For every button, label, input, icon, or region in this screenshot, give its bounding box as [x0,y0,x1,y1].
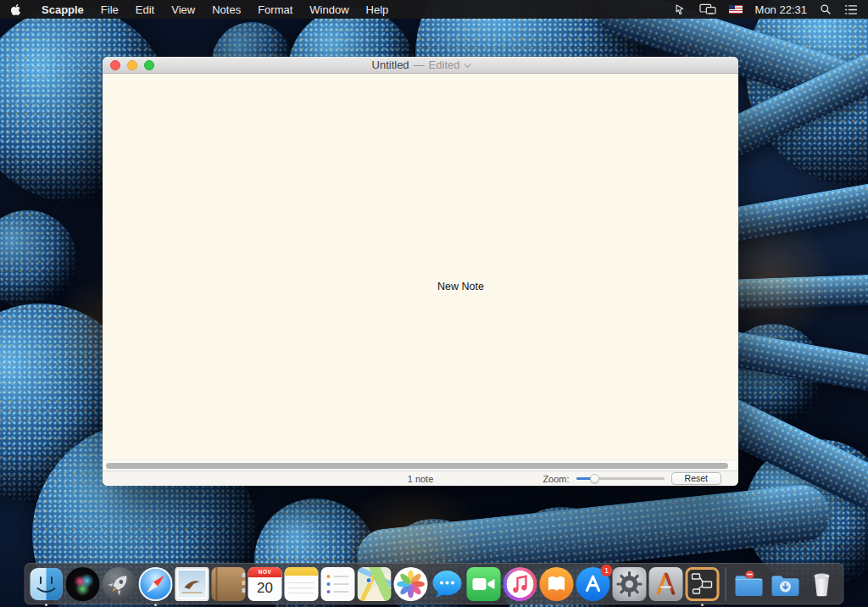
dock-item-reminders[interactable] [321,567,355,601]
zoom-slider-knob[interactable] [590,474,599,483]
maps-icon [358,567,392,601]
menu-format[interactable]: Format [249,0,301,19]
menu-window[interactable]: Window [301,0,357,19]
dock-item-calendar[interactable]: NOV 20 [248,567,282,601]
title-dash: — [414,58,425,71]
dock-item-siri[interactable] [66,567,100,601]
menu-edit[interactable]: Edit [127,0,163,19]
notification-center-icon[interactable] [844,4,858,15]
dock-item-ibooks[interactable] [540,567,574,601]
safari-icon [139,567,173,601]
apple-menu[interactable] [0,0,33,19]
dock-item-finder[interactable] [30,567,64,601]
zoom-controls: Zoom: Reset [542,472,721,485]
contacts-icon [212,567,246,601]
siri-icon [66,567,100,601]
finder-icon [30,567,64,601]
remote-cursor-icon[interactable] [674,3,687,16]
traffic-lights [103,60,154,70]
applications-folder-icon [732,567,766,601]
dock-item-design-app[interactable] [649,567,683,601]
document-state: Edited [429,58,460,71]
launchpad-icon [103,567,136,601]
dock-item-notes[interactable] [285,567,319,601]
dock-item-safari[interactable] [139,567,173,601]
zoom-label: Zoom: [542,474,569,484]
itunes-icon [504,567,537,601]
dock-item-system-preferences[interactable] [613,567,647,601]
title-chevron-down-icon [465,60,471,67]
menu-file[interactable]: File [92,0,127,19]
photos-icon [394,567,428,601]
trash-icon [805,567,839,601]
minimize-button[interactable] [127,60,137,70]
notification-badge: 1 [601,565,613,576]
dock-item-maps[interactable] [358,567,392,601]
scapple-icon [686,567,720,601]
scapple-window: Untitled — Edited New Note 1 note Zoom: … [103,57,738,486]
messages-icon [431,567,465,601]
dock-item-downloads-folder[interactable] [769,567,803,601]
input-language-flag-icon[interactable] [729,5,743,14]
dock-item-facetime[interactable] [467,567,501,601]
window-title: Untitled — Edited [103,58,738,71]
reminders-icon [321,567,355,601]
menu-help[interactable]: Help [358,0,398,19]
zoom-button[interactable] [144,60,154,70]
dock-item-appstore[interactable]: 1 [576,567,610,601]
document-title: Untitled [372,58,409,71]
scapple-note[interactable]: New Note [437,281,484,292]
dock-item-mail[interactable] [175,567,209,601]
downloads-folder-icon [769,567,803,601]
dock-separator [726,567,726,601]
dock-item-itunes[interactable] [504,567,537,601]
app-menu-scapple[interactable]: Scapple [33,3,92,16]
dock-item-scapple[interactable] [686,567,720,601]
menu-notes[interactable]: Notes [203,0,249,19]
mail-icon [175,567,209,601]
dock-item-messages[interactable] [431,567,465,601]
design-app-icon [649,567,683,601]
search-icon[interactable] [820,3,832,15]
scapple-canvas[interactable]: New Note [103,74,738,459]
dock-item-launchpad[interactable] [103,567,136,601]
menu-bar: Scapple File Edit View Notes Format Wind… [0,0,868,19]
facetime-icon [467,567,501,601]
horizontal-scrollbar-track[interactable] [103,459,738,471]
ibooks-icon [540,567,574,601]
zoom-slider[interactable] [576,474,665,483]
running-indicator [45,604,47,606]
calendar-month: NOV [248,567,282,577]
horizontal-scrollbar-thumb[interactable] [106,463,728,469]
calendar-day: 20 [248,577,282,601]
dock: NOV 20 [25,563,844,604]
reset-button[interactable]: Reset [671,472,721,485]
window-titlebar[interactable]: Untitled — Edited [103,57,738,74]
notes-icon [285,567,319,601]
dock-item-contacts[interactable] [212,567,246,601]
dock-item-applications-folder[interactable] [732,567,766,601]
menu-view[interactable]: View [163,0,203,19]
calendar-icon: NOV 20 [248,567,282,601]
system-preferences-icon [613,567,647,601]
dock-item-trash[interactable] [805,567,839,601]
apple-icon [10,3,21,16]
close-button[interactable] [110,60,120,70]
screen-mirroring-icon[interactable] [699,3,716,15]
running-indicator [154,604,157,606]
running-indicator [701,604,704,606]
window-statusbar: 1 note Zoom: Reset [103,471,738,486]
menu-bar-clock[interactable]: Mon 22:31 [755,3,807,16]
dock-item-photos[interactable] [394,567,428,601]
